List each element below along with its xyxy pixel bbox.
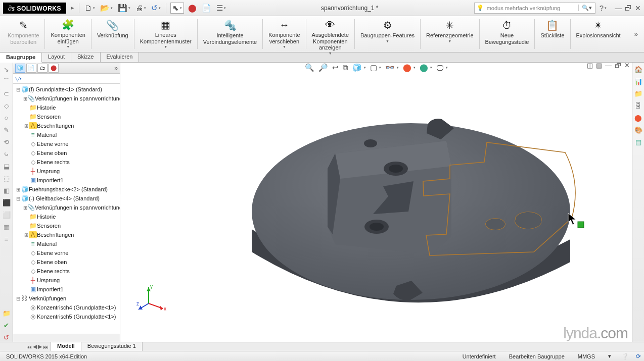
- tree-node[interactable]: ┼Ursprung: [13, 167, 120, 176]
- display-style-icon[interactable]: ▢: [370, 63, 377, 72]
- tree-node[interactable]: 📁Historie: [13, 103, 120, 112]
- ribbon-stueckliste[interactable]: 📋Stückliste: [536, 17, 569, 51]
- minimize-button[interactable]: —: [615, 4, 622, 12]
- tool-icon[interactable]: ≡: [2, 234, 11, 243]
- appearance-icon[interactable]: ⬤: [403, 63, 411, 72]
- mdi-max-icon[interactable]: 🗗: [615, 62, 621, 69]
- search-icon[interactable]: 🔍▾: [578, 5, 595, 11]
- search-box[interactable]: 💡 🔍▾: [474, 3, 595, 14]
- app-menu-dropdown[interactable]: ▶: [69, 3, 75, 14]
- fm-tab-config[interactable]: 🗂: [37, 64, 48, 73]
- tool-icon[interactable]: ⬓: [2, 162, 11, 171]
- expand-icon[interactable]: ⊟: [15, 196, 21, 201]
- select-button[interactable]: ⬉▾: [170, 3, 184, 14]
- resources-icon[interactable]: 📊: [634, 77, 643, 86]
- tree-node[interactable]: ▣Importiert1: [13, 176, 120, 185]
- tool-icon[interactable]: ⬜: [2, 210, 11, 219]
- expand-icon[interactable]: ⊞: [23, 205, 27, 211]
- orientation-triad[interactable]: x y z: [136, 283, 167, 314]
- ribbon-intelligente-verbindungselemente[interactable]: 🔩IntelligenteVerbindungselemente: [199, 17, 261, 51]
- mdi-min-icon[interactable]: —: [605, 62, 612, 69]
- tab-baugruppe[interactable]: Baugruppe: [0, 53, 42, 63]
- close-button[interactable]: ✕: [635, 4, 641, 12]
- ribbon-ausgeblendete-anzeigen[interactable]: 👁AusgeblendeteKomponentenanzeigen▼: [307, 17, 353, 51]
- zoom-area-icon[interactable]: 🔎: [318, 63, 328, 72]
- view-orient-icon[interactable]: 🧊: [352, 63, 362, 72]
- tool-icon[interactable]: 📁: [2, 308, 11, 318]
- ribbon-verknuepfung[interactable]: 📎Verknüpfung: [93, 17, 133, 51]
- feature-tree[interactable]: ⊟🧊(f) Grundplatte<1> (Standard)⊞📎Verknüp…: [13, 84, 120, 334]
- feature-filter[interactable]: ▽▾: [13, 74, 120, 84]
- open-button[interactable]: 📂▾: [99, 3, 114, 14]
- library-icon[interactable]: 📁: [634, 89, 643, 98]
- view-palette-icon[interactable]: ⬤: [634, 113, 643, 122]
- expand-icon[interactable]: ⊞: [15, 187, 21, 192]
- expand-icon[interactable]: ⊞: [23, 232, 29, 238]
- tree-node[interactable]: ◇Ebene rechts: [13, 158, 120, 167]
- ribbon-baugruppen-features[interactable]: ⚙Baugruppen-Features▼: [356, 17, 419, 51]
- tree-node[interactable]: ◇Ebene vorne: [13, 139, 120, 148]
- tree-node[interactable]: 📁Sensoren: [13, 221, 120, 230]
- tab-layout[interactable]: Layout: [42, 53, 71, 62]
- tree-node[interactable]: ◇Ebene oben: [13, 148, 120, 158]
- expand-icon[interactable]: ⊟: [15, 296, 21, 301]
- zoom-fit-icon[interactable]: 🔍: [305, 63, 314, 72]
- fm-tab-display[interactable]: ⬤: [49, 64, 59, 73]
- fm-tab-tree[interactable]: 🧊: [15, 64, 25, 73]
- tool-icon[interactable]: ▦: [2, 222, 11, 231]
- print-button[interactable]: 🖨▾: [134, 3, 147, 14]
- last-icon[interactable]: ⏭: [43, 344, 49, 350]
- tree-node[interactable]: ◇Ebene rechts: [13, 267, 120, 276]
- tree-node[interactable]: ⊞ABeschriftungen: [13, 230, 120, 239]
- tool-icon[interactable]: ↘: [2, 65, 11, 74]
- ribbon-komponente-verschieben[interactable]: ↔Komponenteverschieben▼: [264, 17, 304, 51]
- tool-icon[interactable]: ⤿: [2, 149, 11, 159]
- tree-node[interactable]: ⊞📎Verknüpfungen in spannvorrichtung_1: [13, 94, 120, 103]
- tree-node[interactable]: ⊟🧊(f) Grundplatte<1> (Standard): [13, 85, 120, 94]
- tool-icon[interactable]: ⟲: [2, 137, 11, 146]
- ribbon-explosionsansicht[interactable]: ✴Explosionsansicht: [572, 17, 625, 51]
- appearances-icon[interactable]: 🎨: [634, 125, 643, 134]
- ribbon-overflow[interactable]: »: [631, 17, 641, 51]
- scene-icon[interactable]: ⬤: [420, 63, 428, 72]
- settings-button[interactable]: ☰▾: [215, 3, 227, 14]
- tree-node[interactable]: ⊟⛓Verknüpfungen: [13, 294, 120, 303]
- tab-evaluieren[interactable]: Evaluieren: [101, 53, 140, 62]
- tool-icon[interactable]: ↺: [2, 333, 11, 342]
- hide-show-icon[interactable]: 👓: [385, 63, 395, 72]
- tool-icon[interactable]: ◧: [2, 186, 11, 195]
- tool-icon[interactable]: ✔: [2, 321, 11, 330]
- tool-icon[interactable]: ✎: [2, 125, 11, 134]
- rebuild-button[interactable]: ⬤: [187, 3, 198, 14]
- tree-node[interactable]: ◇Ebene vorne: [13, 248, 120, 257]
- ribbon-referenzgeometrie[interactable]: ✳Referenzgeometrie▼: [422, 17, 478, 51]
- tree-node[interactable]: ⊞🧊Fuehrungsbacke<2> (Standard): [13, 185, 120, 194]
- fm-tab-prop[interactable]: 📄: [26, 64, 36, 73]
- undo-button[interactable]: ↺▾: [150, 3, 162, 14]
- tree-scrollbar[interactable]: [13, 334, 120, 342]
- tree-node[interactable]: ⊟🧊(-) Gleitbacke<4> (Standard): [13, 194, 120, 203]
- home-icon[interactable]: 🏠: [634, 65, 643, 74]
- expand-icon[interactable]: ⊞: [23, 123, 29, 129]
- options-button[interactable]: 📄: [201, 3, 212, 14]
- fm-overflow[interactable]: »: [114, 65, 118, 72]
- tool-icon[interactable]: ⬚: [2, 174, 11, 183]
- sheet-tab-0[interactable]: Modell: [51, 342, 81, 351]
- save-button[interactable]: 💾▾: [117, 3, 131, 14]
- tree-node[interactable]: ◎Konzentrisch4 (Grundplatte<1>): [13, 303, 120, 312]
- tree-node[interactable]: ≡Material: [13, 130, 120, 139]
- tool-icon[interactable]: ○: [2, 113, 11, 122]
- tree-node[interactable]: ⊞📎Verknüpfungen in spannvorrichtung_1: [13, 203, 120, 212]
- tree-node[interactable]: ≡Material: [13, 239, 120, 248]
- tree-node[interactable]: 📁Historie: [13, 212, 120, 221]
- ribbon-lineares-komponentenmuster[interactable]: ▦LinearesKomponentenmuster▼: [135, 17, 196, 51]
- status-help-icon[interactable]: ❔: [621, 353, 629, 360]
- first-icon[interactable]: ⏮: [26, 344, 32, 350]
- tab-skizze[interactable]: Skizze: [71, 53, 100, 62]
- ribbon-neue-bewegungsstudie[interactable]: ⏱NeueBewegungsstudie: [481, 17, 534, 51]
- help-button[interactable]: ?▾: [599, 3, 608, 14]
- mdi-split2-icon[interactable]: ▥: [596, 62, 602, 69]
- mdi-split-icon[interactable]: ◫: [587, 62, 593, 69]
- new-button[interactable]: 🗋▾: [83, 3, 96, 14]
- mdi-close-icon[interactable]: ✕: [624, 62, 630, 69]
